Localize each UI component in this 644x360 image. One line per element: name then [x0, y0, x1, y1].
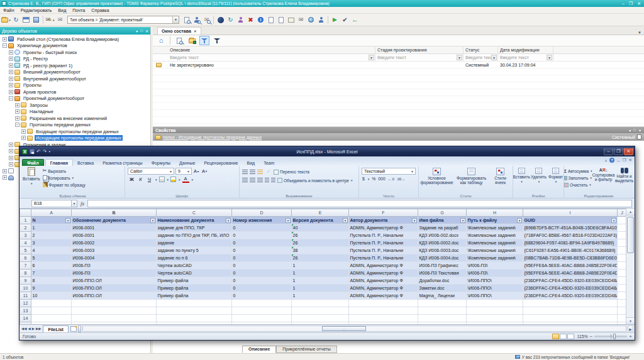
sheet-cell[interactable]: Пример файла: [157, 277, 232, 285]
sheet-cell[interactable]: И006-0002: [72, 239, 157, 247]
sheet-cell[interactable]: 2: [31, 232, 72, 239]
autofilter-icon[interactable]: ▼: [226, 218, 231, 223]
sheet-cell[interactable]: КДЗ И006-0004.doc: [418, 254, 467, 262]
autofilter-icon[interactable]: ▼: [412, 218, 417, 223]
sheet-cell[interactable]: 9: [31, 285, 72, 292]
row-header-14[interactable]: 14: [20, 315, 31, 322]
orientation-icon[interactable]: ⟋: [265, 168, 272, 175]
preview-button[interactable]: [174, 36, 184, 45]
sheet-cell[interactable]: 1: [292, 270, 349, 277]
user-card-button[interactable]: [316, 15, 326, 25]
excel-tab-6[interactable]: Рецензирование: [199, 160, 242, 166]
tree-item[interactable]: +Входящие протоколы передачи данных: [1, 128, 150, 135]
users-exchange-button[interactable]: [236, 15, 245, 25]
column-header-B[interactable]: B: [72, 209, 157, 217]
tree-pin-icon[interactable]: □: [140, 29, 143, 33]
menu-item-0[interactable]: Файл: [0, 8, 18, 13]
bold-button[interactable]: Ж: [128, 176, 135, 183]
sheet-empty-cell[interactable]: [618, 254, 627, 262]
tdms-minimize-button[interactable]: –: [622, 1, 625, 6]
sort-filter-button[interactable]: АЯ↓Сортировка и фильтр: [593, 168, 614, 188]
excel-tab-4[interactable]: Формулы: [147, 160, 175, 166]
object-type-filter[interactable]: Тип объекта = 'Документ: проектный' ▼: [67, 16, 179, 24]
home-button[interactable]: ⌂: [156, 36, 166, 45]
row-header-11[interactable]: 11: [20, 292, 31, 300]
ribbon-collapse-icon[interactable]: ▵: [605, 158, 607, 163]
sheet-cell[interactable]: \Комплексные задания\: [467, 224, 523, 232]
sheet-cell[interactable]: И006-ППО.ОЛ: [72, 285, 157, 292]
sheet-empty-cell[interactable]: [618, 262, 627, 270]
sheet-cell[interactable]: Чертеж autoCAD: [157, 262, 232, 270]
tab-description[interactable]: Описание: [242, 346, 276, 353]
sheet-cell[interactable]: И006-0001: [72, 224, 157, 232]
increase-decimal-icon[interactable]: ←.0: [388, 177, 394, 181]
align-right-icon[interactable]: [257, 178, 263, 183]
tree-expander-icon[interactable]: +: [15, 103, 19, 107]
tab-composition-window[interactable]: Окно состава ✕: [157, 27, 201, 35]
autofilter-icon[interactable]: ▼: [65, 218, 70, 223]
sheet-cell[interactable]: 0: [232, 277, 292, 285]
font-size-select[interactable]: 9▼: [175, 168, 192, 175]
row-header-13[interactable]: 13: [20, 307, 31, 315]
sheet-cell[interactable]: И006-ППО.ОЛ: [72, 277, 157, 285]
copy-button[interactable]: Копировать▾: [43, 175, 86, 181]
excel-tab-8[interactable]: Team: [259, 160, 279, 166]
row-header-9[interactable]: 9: [20, 277, 31, 285]
sheet-cell[interactable]: 26: [292, 254, 349, 262]
vscroll-thumb[interactable]: [627, 217, 634, 253]
sheet-empty-cell[interactable]: [618, 285, 627, 292]
sheet-empty-cell[interactable]: [157, 300, 232, 307]
sheet-cell[interactable]: 6: [31, 262, 72, 270]
sheet-empty-cell[interactable]: [349, 315, 418, 322]
increase-indent-icon[interactable]: [271, 178, 275, 183]
clear-button[interactable]: Очистить▾: [564, 182, 592, 188]
back-button[interactable]: ←: [350, 15, 360, 25]
sheet-header-cell[interactable]: Наименование документа▼: [157, 217, 232, 224]
props-object-link[interactable]: папка - Исходящие протоколы передачи дан…: [163, 135, 262, 139]
menu-item-3[interactable]: Почта: [69, 8, 88, 13]
tree-close-icon[interactable]: ✕: [145, 29, 148, 33]
filter-reset-button[interactable]: [212, 36, 222, 45]
tabstrip-menu-icon[interactable]: ▼: [638, 31, 644, 35]
sheet-empty-cell[interactable]: [157, 307, 232, 315]
status-mail-icon[interactable]: [515, 355, 520, 359]
sheet-cell[interactable]: {896B7DF5-BC7F-451A-B04B-15DE6C8FA410}: [523, 224, 618, 232]
sheet-empty-cell[interactable]: [232, 315, 292, 322]
sheet-cell[interactable]: Пустельга П. Р., Начальни: [349, 232, 418, 239]
merge-center-button[interactable]: Объединить и поместить в центре▾: [277, 177, 352, 183]
sheet-cell[interactable]: 0: [232, 254, 292, 262]
zoom-out-icon[interactable]: −: [590, 334, 593, 339]
sheet-empty-cell[interactable]: [157, 315, 232, 322]
font-name-select[interactable]: Calibri▼: [128, 168, 174, 175]
insert-cells-button[interactable]: Вставить▾: [513, 168, 530, 183]
cut-button[interactable]: ✂Вырезать: [43, 168, 86, 174]
sheet-header-cell[interactable]: N▼: [31, 217, 72, 224]
italic-button[interactable]: К: [137, 176, 144, 183]
column-header-H[interactable]: H: [467, 209, 523, 217]
autofilter-icon[interactable]: ▼: [611, 218, 616, 223]
workbook-restore-icon[interactable]: ❐: [623, 158, 626, 163]
sheet-cell[interactable]: Чертеж autoCAD: [157, 270, 232, 277]
fx-icon[interactable]: fx: [79, 200, 86, 207]
sheet-cell[interactable]: 3: [31, 239, 72, 247]
formula-input[interactable]: [87, 200, 632, 207]
sheet-cell[interactable]: \Комплексные задания\: [467, 232, 523, 239]
hscroll-right-icon[interactable]: ▶: [628, 325, 633, 332]
underline-button[interactable]: Ч: [146, 176, 153, 183]
redo-icon[interactable]: ↷: [43, 149, 47, 155]
sheet-cell[interactable]: И006-ППО.ОЛ: [72, 292, 157, 300]
row-header-12[interactable]: 12: [20, 300, 31, 307]
filter-dropdown-icon[interactable]: ▼: [491, 55, 497, 60]
card-button[interactable]: [286, 15, 296, 25]
font-color-icon[interactable]: А: [182, 177, 189, 183]
sheet-cell[interactable]: ADMIN, Администратор Ф: [349, 270, 418, 277]
sheet-cell[interactable]: 0: [232, 270, 292, 277]
export-excel-button[interactable]: [187, 36, 197, 45]
row-header-8[interactable]: 8: [20, 270, 31, 277]
fill-button[interactable]: Заполнить▾: [564, 175, 592, 181]
row-header-10[interactable]: 10: [20, 285, 31, 292]
sheet-empty-cell[interactable]: [618, 217, 627, 224]
refresh-button[interactable]: ↻: [11, 15, 21, 25]
sheet-cell[interactable]: \И006-ППО\: [467, 277, 523, 285]
sheet-cell[interactable]: Заметки.doc: [418, 285, 467, 292]
